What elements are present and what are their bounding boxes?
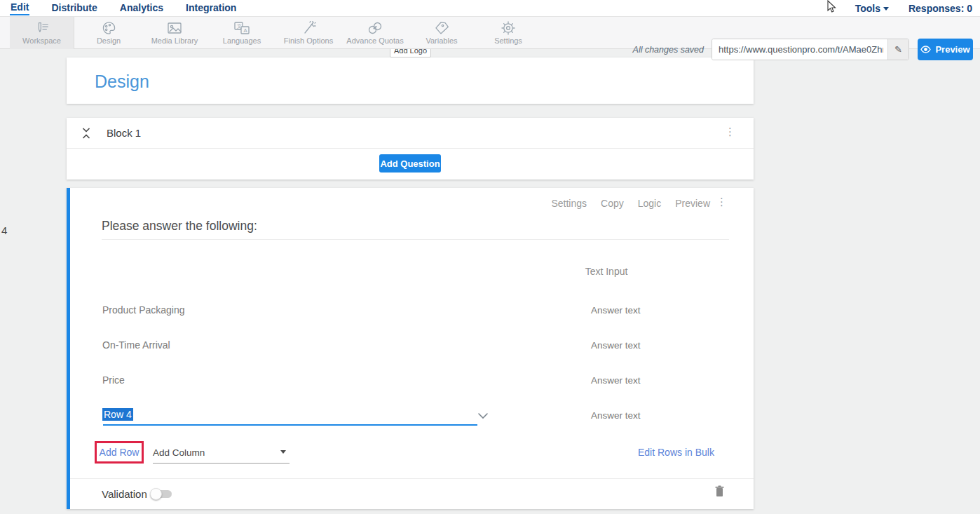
toolbar-item-label: Settings <box>494 36 522 45</box>
block-header: Block 1 ⋮ <box>67 118 754 149</box>
menu-integration[interactable]: Integration <box>185 1 237 15</box>
toolbar-item-label: Workspace <box>22 36 61 45</box>
edit-url-pencil-icon[interactable]: ✎ <box>887 39 908 60</box>
toolbar-item-settings[interactable]: Settings <box>476 17 540 49</box>
add-question-button[interactable]: Add Question <box>379 154 441 173</box>
row-label[interactable]: On-Time Arrival <box>102 339 170 351</box>
eye-icon <box>920 46 931 53</box>
row4-chevron-down-icon[interactable] <box>477 410 489 422</box>
block-panel: Block 1 ⋮ Add Question <box>67 118 754 180</box>
add-column-label: Add Column <box>153 447 205 458</box>
delete-question-trash-icon[interactable] <box>714 485 725 500</box>
row4-selected-text[interactable]: Row 4 <box>102 408 133 421</box>
row-label[interactable]: Product Packaging <box>102 304 185 316</box>
design-panel: Design <box>67 58 754 104</box>
menu-analytics[interactable]: Analytics <box>119 1 164 15</box>
validation-toggle[interactable] <box>152 490 172 498</box>
collapse-block-icon[interactable] <box>81 128 91 142</box>
add-row-highlight-box: Add Row <box>95 441 144 464</box>
question-menu-dots-icon[interactable]: ⋮ <box>716 197 727 208</box>
svg-text:A: A <box>244 27 247 34</box>
toolbar-item-workspace[interactable]: Workspace <box>10 17 74 49</box>
chevron-down-icon <box>280 450 286 454</box>
row-answer-placeholder[interactable]: Answer text <box>591 340 641 351</box>
question-footer-divider <box>70 478 754 479</box>
chevron-down-icon <box>883 7 889 11</box>
question-title[interactable]: Please answer the following: <box>102 219 257 234</box>
workspace-icon <box>34 21 50 35</box>
toolbar-item-advance-quotas[interactable]: Advance Quotas <box>343 17 407 49</box>
toolbar-item-label: Design <box>97 36 121 45</box>
row-answer-placeholder[interactable]: Answer text <box>591 410 641 421</box>
block-menu-dots-icon[interactable]: ⋮ <box>725 127 735 137</box>
menu-distribute[interactable]: Distribute <box>50 1 97 15</box>
gear-icon <box>501 21 516 35</box>
question-preview-link[interactable]: Preview <box>675 198 710 209</box>
toolbar-item-label: Advance Quotas <box>346 36 403 45</box>
toolbar-item-design[interactable]: Design <box>76 17 141 49</box>
validation-label: Validation <box>102 488 147 500</box>
palette-icon <box>101 21 116 35</box>
image-icon <box>167 21 182 35</box>
top-menu-right: Tools Responses: 0 <box>855 0 973 17</box>
responses-count[interactable]: Responses: 0 <box>908 2 973 15</box>
chain-icon <box>367 21 383 35</box>
preview-button-label: Preview <box>935 44 969 55</box>
question-copy-link[interactable]: Copy <box>601 198 624 209</box>
question-editor-card: Settings Copy Logic Preview ⋮ Please ans… <box>67 188 754 509</box>
row-answer-placeholder[interactable]: Answer text <box>591 305 641 316</box>
toggle-knob <box>150 488 162 500</box>
question-number: 4 <box>1 224 7 236</box>
toolbar-item-finish-options[interactable]: Finish Options <box>276 17 341 49</box>
row-answer-placeholder[interactable]: Answer text <box>591 375 641 386</box>
question-logic-link[interactable]: Logic <box>638 198 661 209</box>
survey-toolbar: Workspace Design Media Library 文A Langua… <box>0 17 980 49</box>
save-status-text: All changes saved <box>633 39 704 60</box>
page-title: Design <box>95 72 149 92</box>
svg-text:文: 文 <box>237 23 242 29</box>
column-header-text-input: Text Input <box>554 266 659 277</box>
question-settings-link[interactable]: Settings <box>551 198 587 209</box>
translate-icon: 文A <box>234 21 250 35</box>
question-title-underline <box>102 239 729 240</box>
toolbar-item-label: Languages <box>223 36 261 45</box>
toolbar-item-label: Finish Options <box>284 36 333 45</box>
add-column-dropdown[interactable]: Add Column <box>153 446 290 464</box>
top-menu-bar: Edit Distribute Analytics Integration To… <box>0 0 980 17</box>
toolbar-item-label: Media Library <box>151 36 198 45</box>
row4-input-underline <box>103 424 477 426</box>
toolbar-item-variables[interactable]: Variables <box>409 17 474 49</box>
toolbar-item-languages[interactable]: 文A Languages <box>210 17 274 49</box>
survey-url-field: ✎ <box>712 39 909 60</box>
survey-url-input[interactable] <box>712 39 887 60</box>
edit-rows-in-bulk-link[interactable]: Edit Rows in Bulk <box>638 447 714 458</box>
question-actions: Settings Copy Logic Preview <box>551 198 710 209</box>
block-title: Block 1 <box>107 127 141 139</box>
wand-icon <box>301 21 316 35</box>
toolbar-item-media-library[interactable]: Media Library <box>142 17 207 49</box>
toolbar-item-label: Variables <box>426 36 457 45</box>
tools-dropdown[interactable]: Tools <box>855 2 890 15</box>
row4-edit-field[interactable]: Row 4 <box>102 408 133 421</box>
row-label[interactable]: Price <box>102 374 125 386</box>
menu-edit[interactable]: Edit <box>10 1 29 15</box>
tag-icon <box>434 21 449 35</box>
preview-button[interactable]: Preview <box>918 39 973 60</box>
add-row-button[interactable]: Add Row <box>100 447 139 458</box>
